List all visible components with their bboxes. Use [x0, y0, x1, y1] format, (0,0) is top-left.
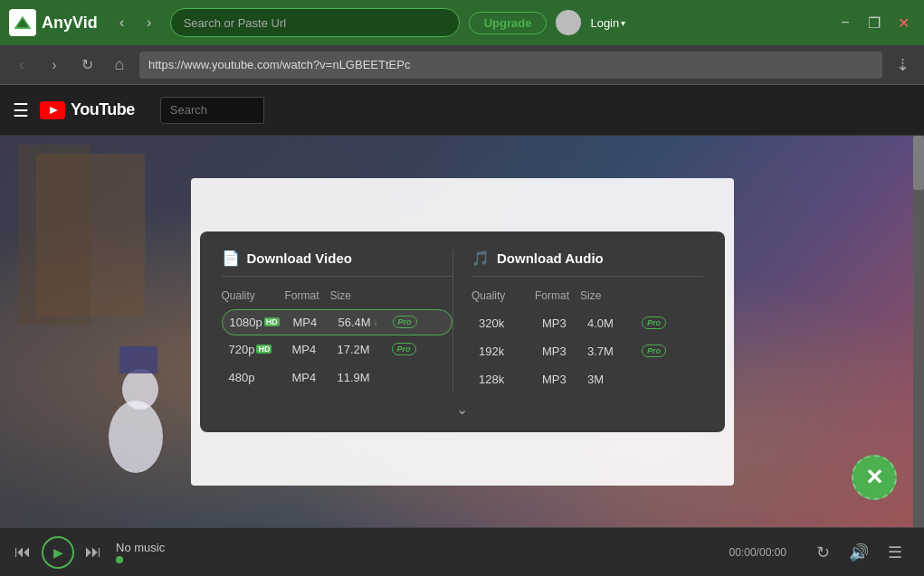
- search-bar[interactable]: Search or Paste Url: [170, 8, 460, 37]
- close-x-icon: ✕: [865, 465, 883, 490]
- close-button[interactable]: ✕: [891, 11, 915, 34]
- skip-back-button[interactable]: ⏮: [14, 543, 31, 562]
- quality-header: Quality: [222, 289, 285, 302]
- pro-badge-320k: Pro: [642, 316, 666, 329]
- playlist-button[interactable]: ☰: [881, 538, 910, 567]
- audio-row-320k[interactable]: 320k MP3 4.0M Pro: [472, 309, 703, 337]
- app-name-label: AnyVid: [42, 14, 98, 33]
- addr-back-button[interactable]: ‹: [9, 52, 34, 78]
- download-panel-overlay: 📄 Download Video Quality Format Size: [0, 136, 924, 527]
- avatar: [556, 10, 581, 35]
- addr-forward-button[interactable]: ›: [42, 52, 67, 78]
- video-icon: 📄: [222, 250, 240, 267]
- bottom-bar: ⏮ ▶ ⏭ No music 00:00/00:00 ↻ 🔊 ☰: [0, 527, 924, 576]
- youtube-logo-text: YouTube: [71, 100, 135, 119]
- audio-col-headers: Quality Format Size: [472, 289, 703, 302]
- video-section-title: 📄 Download Video: [222, 250, 453, 277]
- expand-row: ⌄: [222, 393, 703, 418]
- quality-label-720p: 720p HD: [229, 343, 292, 356]
- youtube-logo-icon: [40, 101, 65, 119]
- audio-section-title: 🎵 Download Audio: [472, 250, 703, 277]
- expand-button[interactable]: ⌄: [456, 401, 468, 418]
- svg-marker-2: [50, 107, 58, 114]
- home-button[interactable]: ⌂: [107, 52, 132, 78]
- svg-marker-0: [15, 17, 30, 28]
- quality-label-192k: 192k: [479, 345, 542, 358]
- address-bar: ‹ › ↻ ⌂ ⇣: [0, 45, 924, 85]
- skip-forward-button[interactable]: ⏭: [85, 543, 101, 562]
- playback-indicator: [116, 556, 123, 563]
- forward-button[interactable]: ›: [138, 11, 161, 34]
- audio-icon: 🎵: [472, 250, 490, 267]
- nav-arrows: ‹ ›: [110, 11, 161, 34]
- menu-icon[interactable]: ☰: [13, 99, 29, 121]
- audio-size-header: Size: [580, 289, 634, 302]
- search-placeholder: Search or Paste Url: [184, 16, 286, 30]
- back-button[interactable]: ‹: [110, 11, 134, 34]
- pro-badge-720p: Pro: [392, 343, 416, 355]
- title-bar: AnyVid ‹ › Search or Paste Url Upgrade L…: [0, 0, 924, 45]
- app-logo: AnyVid: [9, 9, 98, 36]
- video-title-text: Download Video: [247, 250, 352, 266]
- quality-label-1080p: 1080p HD: [230, 316, 293, 329]
- pro-badge-192k: Pro: [642, 345, 666, 357]
- audio-row-128k[interactable]: 128k MP3 3M: [472, 365, 703, 393]
- audio-row-192k[interactable]: 192k MP3 3.7M Pro: [472, 337, 703, 365]
- download-arrow-icon: ↓: [373, 316, 378, 328]
- audio-format-header: Format: [535, 289, 580, 302]
- youtube-search-input[interactable]: [160, 97, 264, 124]
- youtube-header: ☰ YouTube: [0, 85, 924, 136]
- quality-label-128k: 128k: [479, 373, 542, 386]
- video-row-1080p[interactable]: 1080p HD MP4 56.4M↓ Pro: [222, 309, 453, 335]
- play-button[interactable]: ▶: [42, 536, 74, 569]
- bottom-controls: ↻ 🔊 ☰: [808, 538, 910, 567]
- minimize-button[interactable]: −: [834, 11, 857, 34]
- download-panel: 📄 Download Video Quality Format Size: [200, 231, 725, 432]
- video-col-headers: Quality Format Size: [222, 289, 453, 302]
- reload-button[interactable]: ↻: [74, 52, 100, 78]
- logo-icon: [9, 9, 36, 36]
- youtube-logo: YouTube: [40, 100, 135, 119]
- size-header: Size: [330, 289, 385, 302]
- song-info: No music: [116, 541, 165, 563]
- dropdown-arrow-icon: ▾: [621, 18, 625, 28]
- video-row-720p[interactable]: 720p HD MP4 17.2M Pro: [222, 335, 453, 364]
- format-header: Format: [285, 289, 330, 302]
- url-input[interactable]: [139, 52, 882, 79]
- download-icon-button[interactable]: ⇣: [890, 52, 915, 78]
- upgrade-button[interactable]: Upgrade: [469, 12, 548, 34]
- pro-badge-1080p: Pro: [393, 316, 417, 328]
- video-row-480p[interactable]: 480p MP4 11.9M: [222, 364, 453, 392]
- panel-sections: 📄 Download Video Quality Format Size: [222, 250, 703, 393]
- audio-title-text: Download Audio: [497, 250, 604, 266]
- audio-quality-header: Quality: [472, 289, 535, 302]
- login-button[interactable]: Login ▾: [590, 16, 625, 30]
- audio-section: 🎵 Download Audio Quality Format Size: [452, 250, 703, 393]
- time-display: 00:00/00:00: [729, 546, 786, 559]
- maximize-button[interactable]: ❐: [862, 11, 886, 34]
- window-controls: − ❐ ✕: [834, 11, 915, 34]
- browser-content: ☰ YouTube: [0, 85, 924, 527]
- quality-label-480p: 480p: [229, 371, 292, 384]
- volume-button[interactable]: 🔊: [844, 538, 873, 567]
- repeat-button[interactable]: ↻: [808, 538, 837, 567]
- close-circle-button[interactable]: ✕: [852, 455, 897, 500]
- video-section: 📄 Download Video Quality Format Size: [222, 250, 453, 393]
- video-area: 📄 Download Video Quality Format Size: [0, 136, 924, 527]
- quality-label-320k: 320k: [479, 316, 542, 330]
- song-title: No music: [116, 541, 165, 554]
